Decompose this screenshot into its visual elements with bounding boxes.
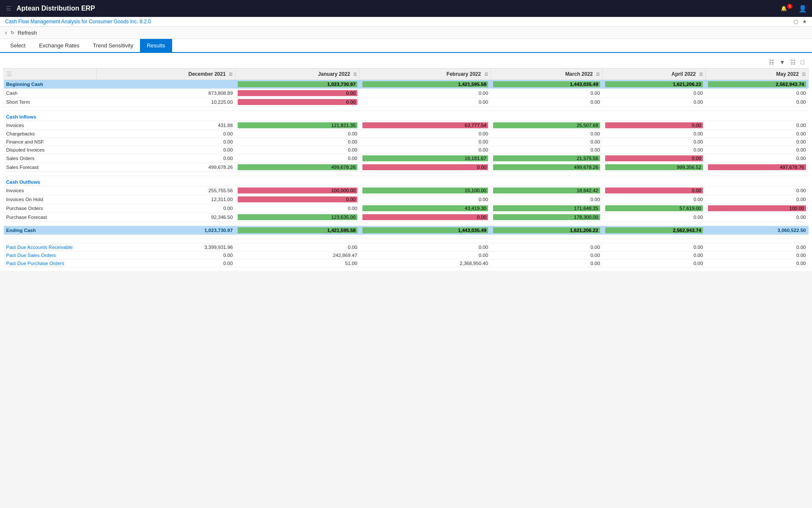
inflow-invoices-may2022: 0.00: [705, 121, 808, 130]
col-header-apr2022: April 2022 ☰: [603, 69, 705, 80]
cash-inflows-header: Cash Inflows: [4, 111, 809, 121]
cash-label: Cash: [4, 89, 97, 98]
cash-outflows-header: Cash Outflows: [4, 176, 809, 186]
content-area: ☷ ▼ ☷ □ ☰ December 2021 ☰ January 2022 ☰…: [0, 53, 812, 271]
short-term-dec2021: 10,225.00: [97, 98, 236, 107]
cash-jan2022: 0.00: [235, 89, 359, 98]
short-term-label: Short Term: [4, 98, 97, 107]
sales-orders-inflow-row: Sales Orders 0.00 0.00 16,181.67 21,575.…: [4, 154, 809, 163]
spacer-row-1: [4, 107, 809, 111]
col-header-jan2022: January 2022 ☰: [235, 69, 359, 80]
outflow-invoices-row: Invoices 255,755.56 100,000.00 15,100.00…: [4, 186, 809, 195]
beginning-cash-row: Beginning Cash 1,023,730.97 1,421,595.58…: [4, 80, 809, 89]
refresh-label: Refresh: [18, 30, 37, 36]
dropdown-icon[interactable]: ▼: [779, 58, 786, 66]
cash-inflows-label: Cash Inflows: [4, 111, 809, 121]
breadcrumb-text: Cash Flow Management Analysis for Consum…: [5, 19, 151, 25]
notification-count: 5: [787, 4, 793, 9]
beginning-cash-feb2022: 1,421,595.58: [360, 80, 491, 89]
window-icon[interactable]: ▢: [793, 19, 798, 25]
short-term-mar2022: 0.00: [491, 98, 603, 107]
ending-cash-may2022: 3,060,522.50: [705, 226, 808, 235]
beginning-cash-label: Beginning Cash: [4, 80, 97, 89]
tabs-bar: Select Exchange Rates Trend Sensitivity …: [0, 39, 812, 53]
finance-nsf-label: Finance and NSF: [4, 138, 97, 146]
beginning-cash-apr2022: 1,621,206.22: [603, 80, 705, 89]
cash-flow-table: ☰ December 2021 ☰ January 2022 ☰ Februar…: [3, 68, 809, 268]
ending-cash-mar2022: 1,621,206.22: [491, 226, 603, 235]
disputed-invoices-row: Disputed Invoices 0.000.000.000.000.000.…: [4, 146, 809, 154]
col-header-label: ☰: [4, 69, 97, 80]
purchase-orders-row: Purchase Orders 0.00 0.00 43,419.30 171,…: [4, 204, 809, 213]
grid-icon[interactable]: ☷: [790, 58, 797, 66]
finance-nsf-row: Finance and NSF 0.000.000.000.000.000.00: [4, 138, 809, 146]
beginning-cash-jan2022: 1,023,730.97: [235, 80, 359, 89]
breadcrumb-bar: Cash Flow Management Analysis for Consum…: [0, 17, 812, 27]
past-due-ar-row: Past Due Accounts Receivable 3,399,931.9…: [4, 243, 809, 251]
invoices-on-hold-row: Invoices On Hold 12,311.00 0.00 0.000.00…: [4, 195, 809, 204]
cash-outflows-label: Cash Outflows: [4, 176, 809, 186]
purchase-forecast-label: Purchase Forecast: [4, 213, 97, 222]
cash-may2022: 0.00: [705, 89, 808, 98]
sales-forecast-row: Sales Forecast 499,678.26 499,678.26 0.0…: [4, 163, 809, 172]
inflow-invoices-dec2021: 431.88: [97, 121, 236, 130]
col-header-mar2022: March 2022 ☰: [491, 69, 603, 80]
spacer-row-5: [4, 239, 809, 243]
inflow-invoices-mar2022: 25,507.68: [491, 121, 603, 130]
short-term-jan2022: 0.00: [235, 98, 359, 107]
expand-icon[interactable]: □: [800, 58, 805, 66]
beginning-cash-may2022: 2,562,943.74: [705, 80, 808, 89]
user-icon[interactable]: 👤: [798, 5, 807, 13]
filter-icon[interactable]: ☷: [768, 58, 775, 66]
chargebacks-row: Chargebacks 0.000.000.000.000.000.00: [4, 130, 809, 138]
cash-mar2022: 0.00: [491, 89, 603, 98]
tab-results[interactable]: Results: [140, 39, 172, 52]
inflow-invoices-row: Invoices 431.88 121,821.35 63,777.54 25,…: [4, 121, 809, 130]
purchase-forecast-row: Purchase Forecast 92,346.50 123,635.00 0…: [4, 213, 809, 222]
beginning-cash-mar2022: 1,443,035.49: [491, 80, 603, 89]
notification-bell-icon[interactable]: 🔔5: [781, 6, 793, 11]
ending-cash-feb2022: 1,443,035.49: [360, 226, 491, 235]
short-term-row: Short Term 10,225.00 0.00 0.00 0.00 0.00…: [4, 98, 809, 107]
col-header-dec2021: December 2021 ☰: [97, 69, 236, 80]
col-header-may2022: May 2022 ☰: [705, 69, 808, 80]
ending-cash-apr2022: 2,562,943.74: [603, 226, 705, 235]
spacer-row-4: [4, 235, 809, 239]
past-due-purchase-orders-row: Past Due Purchase Orders 0.00 51.00 2,36…: [4, 260, 809, 268]
tab-trend-sensitivity[interactable]: Trend Sensitivity: [86, 39, 140, 52]
top-navigation-bar: ☰ Aptean Distribution ERP 🔔5 👤: [0, 0, 812, 17]
col-header-feb2022: February 2022 ☰: [360, 69, 491, 80]
disputed-invoices-label: Disputed Invoices: [4, 146, 97, 154]
back-button[interactable]: ‹: [5, 29, 7, 36]
sales-orders-inflow-label: Sales Orders: [4, 154, 97, 163]
inflow-invoices-label: Invoices: [4, 121, 97, 130]
inflow-invoices-feb2022: 63,777.54: [360, 121, 491, 130]
tab-exchange-rates[interactable]: Exchange Rates: [32, 39, 86, 52]
invoices-on-hold-label: Invoices On Hold: [4, 195, 97, 204]
tab-select[interactable]: Select: [3, 39, 32, 52]
inflow-invoices-apr2022: 0.00: [603, 121, 705, 130]
short-term-feb2022: 0.00: [360, 98, 491, 107]
app-title: Aptean Distribution ERP: [16, 5, 95, 12]
star-icon[interactable]: ★: [802, 19, 807, 25]
past-due-sales-orders-row: Past Due Sales Orders 0.00 242,869.47 0.…: [4, 251, 809, 260]
chargebacks-label: Chargebacks: [4, 130, 97, 138]
past-due-sales-orders-label: Past Due Sales Orders: [4, 251, 97, 260]
beginning-cash-dec2021: [97, 80, 236, 89]
ending-cash-jan2022: 1,421,595.58: [235, 226, 359, 235]
hamburger-menu-icon[interactable]: ☰: [5, 4, 12, 13]
past-due-ar-label: Past Due Accounts Receivable: [4, 243, 97, 251]
ending-cash-label: Ending Cash: [4, 226, 97, 235]
cash-feb2022: 0.00: [360, 89, 491, 98]
toolbar-icons-row: ☷ ▼ ☷ □: [3, 56, 809, 68]
purchase-orders-label: Purchase Orders: [4, 204, 97, 213]
forward-button[interactable]: ↻: [11, 30, 14, 36]
outflow-invoices-label: Invoices: [4, 186, 97, 195]
cash-apr2022: 0.00: [603, 89, 705, 98]
past-due-purchase-orders-label: Past Due Purchase Orders: [4, 260, 97, 268]
short-term-may2022: 0.00: [705, 98, 808, 107]
spacer-row-2: [4, 172, 809, 176]
refresh-bar: ‹ ↻ Refresh: [0, 27, 812, 39]
ending-cash-dec2021: 1,023,730.97: [97, 226, 236, 235]
short-term-apr2022: 0.00: [603, 98, 705, 107]
